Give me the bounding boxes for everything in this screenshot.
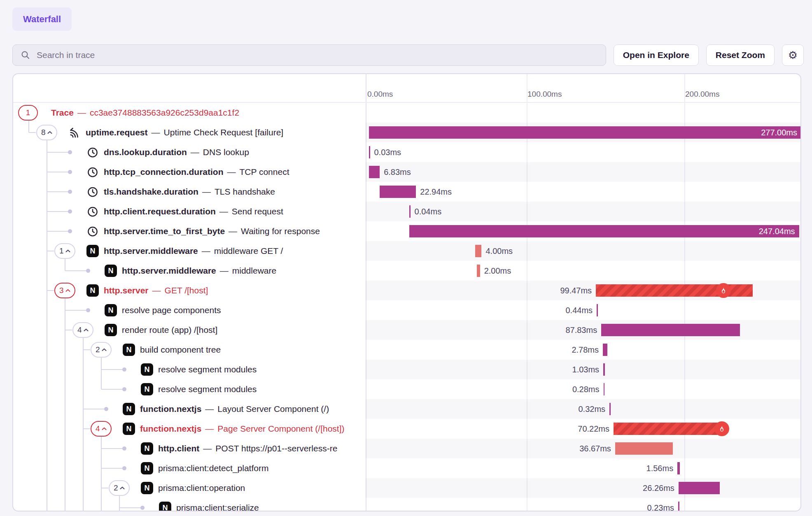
- gear-icon: ⚙: [788, 49, 798, 61]
- axis-tick-label: 0.00ms: [367, 90, 393, 99]
- child-count: 8: [41, 128, 46, 137]
- span-duration-label: 0.04ms: [415, 202, 442, 221]
- span-bar[interactable]: 247.04ms: [409, 225, 799, 237]
- span-row[interactable]: Nrender route (app) /[host]487.83ms: [13, 320, 800, 340]
- span-duration-label: 0.32ms: [578, 399, 605, 419]
- span-bar[interactable]: [614, 423, 724, 435]
- span-row[interactable]: http.server.time_to_first_byte—Waiting f…: [13, 221, 800, 241]
- span-separator: —: [149, 286, 165, 295]
- span-tree-cell: Nhttp.server.middleware—middleware GET /…: [13, 241, 366, 261]
- expand-collapse-pill[interactable]: 3: [54, 283, 75, 298]
- trace-waterfall-page: Waterfall Open in Explore Reset Zoom ⚙ 0…: [0, 0, 812, 516]
- span-bar[interactable]: [409, 205, 411, 218]
- clock-icon: [86, 205, 99, 219]
- span-row[interactable]: Nbuild component tree22.78ms: [13, 340, 800, 360]
- span-bar[interactable]: [597, 304, 598, 316]
- span-bar[interactable]: [609, 403, 611, 415]
- nextjs-icon: N: [123, 344, 135, 356]
- expand-collapse-pill[interactable]: 1: [18, 105, 38, 121]
- span-row[interactable]: Nprisma:client:operation226.26ms: [13, 478, 800, 498]
- span-row[interactable]: http.tcp_connection.duration—TCP connect…: [13, 162, 800, 182]
- expand-collapse-pill[interactable]: 2: [91, 342, 112, 358]
- span-description: POST https://p01--serverless-re: [215, 444, 337, 453]
- reset-zoom-button[interactable]: Reset Zoom: [706, 44, 775, 66]
- expand-collapse-pill[interactable]: 4: [91, 421, 112, 437]
- span-row[interactable]: Nhttp.server.middleware—middleware2.00ms: [13, 261, 800, 281]
- span-bar[interactable]: [380, 186, 416, 198]
- span-separator: —: [199, 444, 215, 453]
- nextjs-icon: N: [105, 324, 117, 336]
- span-bar[interactable]: [601, 324, 740, 336]
- span-row[interactable]: Nhttp.client—POST https://p01--serverles…: [13, 439, 800, 458]
- span-bar[interactable]: [475, 245, 481, 257]
- span-name: render route (app) /[host]: [122, 325, 217, 335]
- span-name: http.server.time_to_first_byte: [104, 226, 225, 236]
- axis-tick-label: 100.00ms: [527, 90, 562, 99]
- clock-icon: [86, 166, 99, 180]
- span-row[interactable]: Nfunction.nextjs—Layout Server Component…: [13, 399, 800, 419]
- child-count: 4: [77, 325, 82, 335]
- span-bar[interactable]: [677, 462, 680, 474]
- span-row[interactable]: Nfunction.nextjs—Page Server Component (…: [13, 419, 800, 439]
- span-bar[interactable]: [603, 344, 607, 356]
- span-name: function.nextjs: [140, 404, 201, 414]
- tab-waterfall[interactable]: Waterfall: [12, 7, 72, 31]
- span-separator: —: [225, 226, 241, 236]
- span-tree-cell: Nprisma:client:serialize: [13, 498, 366, 511]
- nextjs-icon: N: [159, 502, 171, 511]
- expand-collapse-pill[interactable]: 1: [54, 243, 75, 259]
- span-row[interactable]: dns.lookup.duration—DNS lookup0.03ms: [13, 142, 800, 162]
- span-row[interactable]: tls.handshake.duration—TLS handshake22.9…: [13, 182, 800, 202]
- span-name: http.server.middleware: [122, 266, 216, 276]
- span-tree-cell: Nprisma:client:operation2: [13, 478, 366, 498]
- search-icon: [21, 50, 30, 62]
- span-row[interactable]: Nhttp.server—GET /[host]399.47ms: [13, 281, 800, 300]
- expand-collapse-pill[interactable]: 2: [109, 480, 130, 496]
- span-separator: —: [198, 246, 214, 256]
- nextjs-icon: N: [123, 423, 135, 435]
- nextjs-icon: N: [86, 245, 99, 257]
- time-axis-header: 0.00ms100.00ms200.00ms: [13, 74, 800, 103]
- span-row[interactable]: Trace—cc3ae3748883563a926c253d9aa1c1f21: [13, 103, 800, 123]
- row-stripe: [366, 241, 800, 261]
- span-duration-label: 0.44ms: [565, 300, 593, 320]
- settings-button[interactable]: ⚙: [782, 44, 804, 66]
- span-row[interactable]: uptime.request—Uptime Check Request [fai…: [13, 123, 800, 142]
- span-row[interactable]: Nprisma:client:serialize0.23ms: [13, 498, 800, 511]
- span-description: Send request: [232, 207, 283, 216]
- span-name: http.tcp_connection.duration: [104, 167, 223, 177]
- span-row[interactable]: Nresolve segment modules0.28ms: [13, 379, 800, 399]
- span-bar[interactable]: [477, 265, 480, 277]
- span-description: DNS lookup: [203, 147, 249, 157]
- search-input[interactable]: [12, 44, 606, 66]
- span-duration-label: 247.04ms: [409, 225, 799, 237]
- span-bar[interactable]: [679, 482, 720, 494]
- error-fire-icon: [716, 283, 731, 298]
- expand-collapse-pill[interactable]: 4: [72, 322, 93, 338]
- span-duration-label: 0.03ms: [374, 142, 401, 162]
- open-in-explore-button[interactable]: Open in Explore: [614, 44, 699, 66]
- view-tabbar: Waterfall: [12, 7, 72, 31]
- span-description: cc3ae3748883563a926c253d9aa1c1f2: [90, 108, 239, 118]
- span-bar[interactable]: [604, 383, 605, 395]
- span-duration-label: 4.00ms: [485, 241, 513, 261]
- span-name: uptime.request: [86, 128, 148, 137]
- span-bar[interactable]: [369, 166, 380, 178]
- span-row[interactable]: http.client.request.duration—Send reques…: [13, 202, 800, 221]
- span-bar[interactable]: [678, 502, 679, 511]
- span-row[interactable]: Nresolve page components0.44ms: [13, 300, 800, 320]
- chevron-up-icon: [120, 486, 125, 490]
- span-bar[interactable]: [369, 146, 370, 158]
- span-row[interactable]: Nresolve segment modules1.03ms: [13, 360, 800, 379]
- span-tree-cell: Nfunction.nextjs—Page Server Component (…: [13, 419, 366, 439]
- span-bar[interactable]: 277.00ms: [369, 126, 801, 139]
- span-duration-label: 0.28ms: [572, 379, 600, 399]
- row-stripe: [366, 478, 800, 498]
- span-bar[interactable]: [603, 363, 605, 376]
- span-duration-label: 0.23ms: [647, 498, 674, 511]
- span-row[interactable]: Nhttp.server.middleware—middleware GET /…: [13, 241, 800, 261]
- span-duration-label: 70.22ms: [578, 419, 609, 439]
- expand-collapse-pill[interactable]: 8: [36, 125, 57, 140]
- span-row[interactable]: Nprisma:client:detect_platform1.56ms: [13, 458, 800, 478]
- span-bar[interactable]: [615, 442, 673, 455]
